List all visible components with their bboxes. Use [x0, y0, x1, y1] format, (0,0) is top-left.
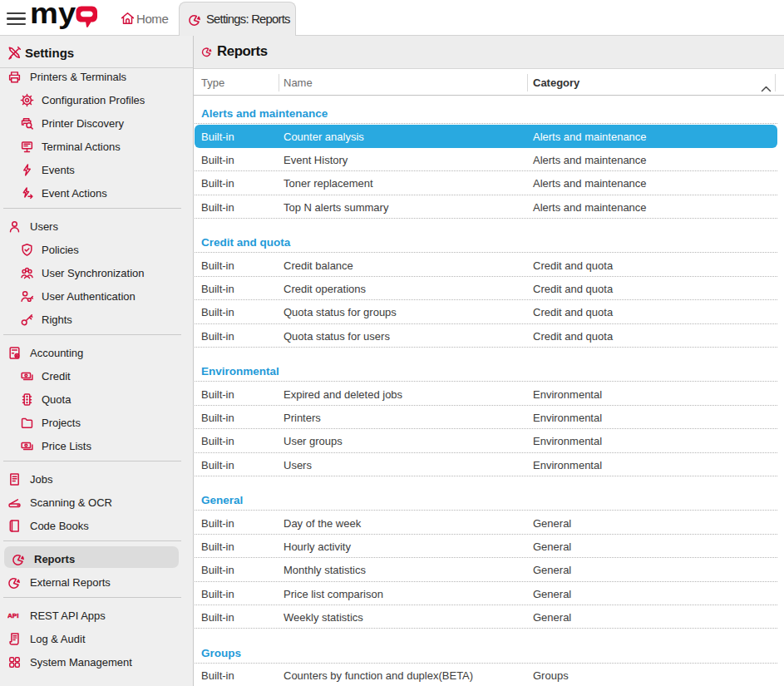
- svg-text:API: API: [7, 612, 18, 619]
